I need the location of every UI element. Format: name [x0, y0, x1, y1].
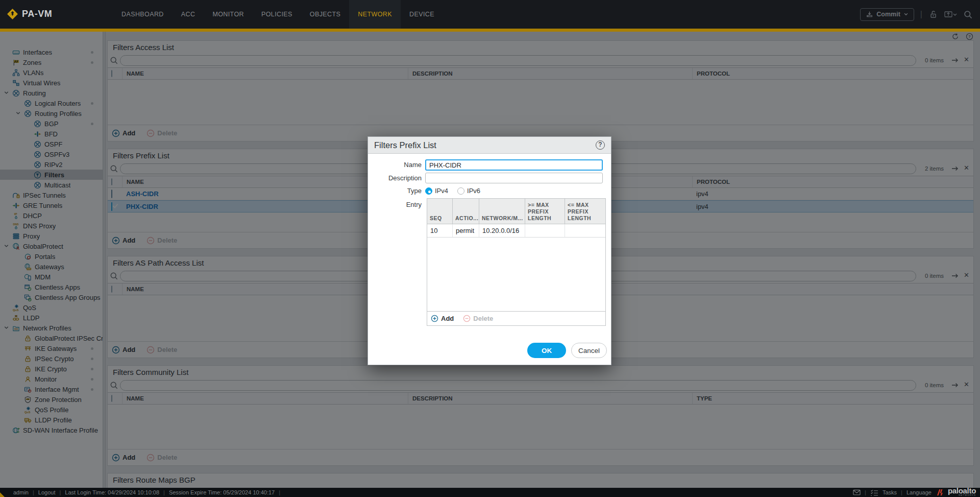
entry-column-header-actio: ACTIO... — [453, 199, 479, 224]
type-row: Type IPv4 IPv6 — [368, 185, 611, 197]
entry-column-header-seq: SEQ — [427, 199, 453, 224]
entry-cell[interactable] — [565, 224, 605, 237]
nav-tab-acc[interactable]: ACC — [173, 0, 204, 29]
name-row: Name — [368, 159, 611, 171]
dialog-header: Filters Prefix List ? — [368, 137, 611, 154]
global-search-icon[interactable] — [963, 10, 973, 19]
entry-row-10[interactable]: 10permit10.20.0.0/16 — [427, 224, 605, 238]
entry-table: SEQACTIO...NETWORK/M...>= MAX PREFIX LEN… — [427, 198, 606, 326]
entry-table-body: 10permit10.20.0.0/16 — [427, 224, 605, 311]
divider: | — [920, 10, 922, 19]
minus-circle-icon — [463, 315, 471, 322]
dialog-help-icon[interactable]: ? — [596, 140, 605, 150]
entry-table-header: SEQACTIO...NETWORK/M...>= MAX PREFIX LEN… — [427, 199, 605, 224]
entry-column-header-network-m: NETWORK/M... — [479, 199, 525, 224]
nav-actions: Commit | — [860, 0, 973, 29]
session-expire-time: Session Expire Time: 05/29/2024 10:40:17 — [169, 489, 275, 495]
description-input[interactable] — [425, 173, 603, 183]
name-label: Name — [368, 159, 425, 171]
nav-tab-device[interactable]: DEVICE — [401, 0, 443, 29]
entry-cell[interactable] — [525, 224, 565, 237]
entry-delete-button: Delete — [463, 315, 493, 322]
dialog-title: Filters Prefix List — [374, 140, 436, 150]
entry-label: Entry — [368, 199, 425, 210]
radio-ipv4[interactable] — [425, 187, 432, 195]
entry-table-footer: Add Delete — [427, 311, 605, 325]
type-label: Type — [368, 185, 425, 197]
nav-tab-dashboard[interactable]: DASHBOARD — [113, 0, 173, 29]
plus-circle-icon — [431, 315, 438, 322]
commit-button[interactable]: Commit — [860, 8, 914, 21]
pa-vm-logo: PA-VM — [7, 8, 52, 20]
brand-mark-icon — [936, 489, 946, 496]
config-lock-icon[interactable] — [928, 10, 938, 19]
saved-configurations-icon[interactable] — [944, 9, 957, 19]
entry-add-button[interactable]: Add — [431, 315, 454, 322]
radio-ipv6-label: IPv6 — [467, 187, 480, 195]
nav-tab-objects[interactable]: OBJECTS — [301, 0, 349, 29]
palo-alto-diamond-icon — [7, 8, 18, 20]
entry-cell[interactable]: 10 — [427, 224, 453, 237]
tasks-icon[interactable] — [870, 489, 878, 496]
entry-column-header-max-prefix-length: >= MAX PREFIX LENGTH — [525, 199, 565, 224]
description-row: Description — [368, 173, 611, 184]
corner-accent — [0, 492, 5, 497]
entry-cell[interactable]: 10.20.0.0/16 — [479, 224, 525, 237]
language-link[interactable]: Language — [906, 489, 932, 495]
main-nav-tabs: DASHBOARDACCMONITORPOLICIESOBJECTSNETWOR… — [113, 0, 443, 29]
nav-tab-policies[interactable]: POLICIES — [253, 0, 301, 29]
entry-cell[interactable]: permit — [453, 224, 479, 237]
palo-alto-networks-logo: paloalto NETWORKS — [936, 488, 976, 496]
chevron-down-icon — [903, 12, 909, 17]
messages-icon[interactable] — [853, 489, 861, 495]
description-label: Description — [368, 173, 425, 184]
radio-ipv6[interactable] — [457, 187, 464, 195]
commit-icon — [866, 11, 873, 18]
device-name: PA-VM — [22, 9, 52, 19]
status-bar: admin | Logout | Last Login Time: 04/29/… — [0, 488, 980, 497]
cancel-button[interactable]: Cancel — [571, 343, 607, 358]
tasks-link[interactable]: Tasks — [883, 489, 897, 495]
logout-link[interactable]: Logout — [38, 489, 56, 495]
ok-button[interactable]: OK — [527, 343, 566, 358]
top-nav: PA-VM DASHBOARDACCMONITORPOLICIESOBJECTS… — [0, 0, 980, 32]
logged-in-user: admin — [13, 489, 29, 495]
nav-tab-monitor[interactable]: MONITOR — [204, 0, 253, 29]
entry-column-header-max-prefix-length: <= MAX PREFIX LENGTH — [565, 199, 605, 224]
radio-ipv4-label: IPv4 — [435, 187, 448, 195]
name-input[interactable] — [425, 159, 603, 171]
nav-tab-network[interactable]: NETWORK — [349, 0, 401, 29]
filters-prefix-list-dialog: Filters Prefix List ? Name Description T… — [368, 136, 611, 365]
last-login-time: Last Login Time: 04/29/2024 10:10:08 — [65, 489, 159, 495]
